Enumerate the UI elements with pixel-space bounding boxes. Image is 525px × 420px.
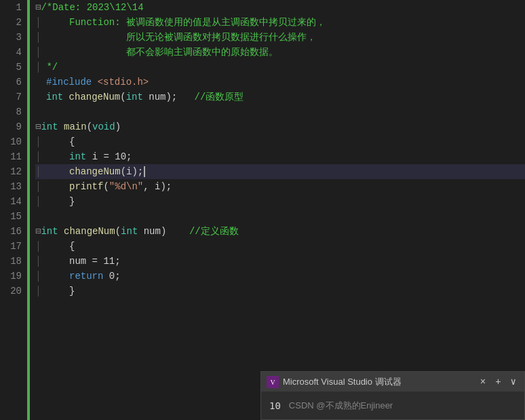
notification-plus-button[interactable]: +: [492, 377, 503, 387]
code-line-6: #include <stdio.h>: [35, 75, 525, 90]
line-num-14: 14: [0, 194, 22, 209]
code-int-i-type: int: [69, 149, 86, 164]
code-open-brace-1: {: [46, 134, 75, 149]
code-changenum-call: changeNum: [69, 164, 121, 179]
code-num-assign: num = 11;: [69, 254, 121, 269]
line-num-1: 1: [0, 0, 22, 15]
code-printf-call: printf: [69, 179, 103, 194]
notification-line-number: 10: [269, 400, 281, 411]
code-int-i-rest: i = 10;: [86, 149, 132, 164]
line-num-2: 2: [0, 15, 22, 30]
line-num-16: 16: [0, 224, 22, 239]
code-main-close-paren: ): [115, 119, 121, 134]
code-int-changenum: int: [41, 224, 64, 239]
code-int-i-indent: [46, 149, 69, 164]
code-line-7: int changeNum(int num); //函数原型: [35, 90, 525, 104]
line-num-18: 18: [0, 254, 22, 269]
code-func-proto: changeNum: [69, 90, 121, 104]
code-comment-2: Function: 被调函数使用的值是从主调函数中拷贝过来的，: [46, 15, 326, 30]
code-line-12: │ changeNum(i);: [35, 164, 525, 179]
line-num-6: 6: [0, 75, 22, 90]
code-printf-format: "%d\n": [109, 179, 143, 194]
line-num-20: 20: [0, 284, 22, 299]
editor-container: 1 2 3 4 5 6 7 8 9 10 11 12 13 14 15 16 1…: [0, 0, 525, 420]
code-num-assign-indent: [46, 254, 69, 269]
text-cursor: [144, 166, 145, 177]
code-open-brace-2: {: [46, 239, 75, 254]
svg-text:V: V: [270, 379, 275, 386]
code-return-indent: [46, 269, 69, 284]
vs-icon: V: [267, 376, 279, 388]
code-line-11: │ int i = 10;: [35, 149, 525, 164]
code-changenum-def: changeNum: [64, 224, 115, 239]
line-num-15: 15: [0, 209, 22, 224]
code-line-2: │ Function: 被调函数使用的值是从主调函数中拷贝过来的，: [35, 15, 525, 30]
code-return-value: 0;: [103, 269, 120, 284]
code-void: void: [92, 119, 115, 134]
code-comment-1: /*Date: 2023\12\14: [41, 0, 143, 15]
code-printf-open: (: [103, 179, 109, 194]
code-def-open-paren: (: [115, 224, 121, 239]
code-line-5: │ */: [35, 60, 525, 75]
line-num-5: 5: [0, 60, 22, 75]
code-line-16: ⊟ int changeNum(int num) //定义函数: [35, 224, 525, 239]
code-line-9: ⊟ int main(void): [35, 119, 525, 134]
code-line-18: │ num = 11;: [35, 254, 525, 269]
code-line-3: │ 所以无论被调函数对拷贝数据进行什么操作，: [35, 30, 525, 45]
code-printf-indent: [46, 179, 69, 194]
line-num-12: 12: [0, 164, 22, 179]
code-int-num: int: [121, 224, 138, 239]
line-num-10: 10: [0, 134, 22, 149]
code-changenum-params: (i);: [121, 164, 144, 179]
line-num-8: 8: [0, 104, 22, 119]
code-main-func: main: [64, 119, 87, 134]
code-area[interactable]: ⊟ /*Date: 2023\12\14 │ Function: 被调函数使用的…: [30, 0, 525, 420]
code-proto-params: (: [120, 90, 125, 104]
code-line-10: │ {: [35, 134, 525, 149]
notification-header: V Microsoft Visual Studio 调试器 × + ∨: [261, 372, 524, 392]
line-num-3: 3: [0, 30, 22, 45]
notification-more-button[interactable]: ∨: [508, 376, 519, 387]
line-num-17: 17: [0, 239, 22, 254]
collapse-icon-1[interactable]: ⊟: [35, 0, 41, 15]
code-comment-5: */: [46, 60, 58, 75]
code-changenum-indent: [46, 164, 69, 179]
code-proto-comment: //函数原型: [194, 90, 244, 104]
code-return-keyword: return: [69, 269, 103, 284]
code-line-19: │ return 0;: [35, 269, 525, 284]
code-def-comment: //定义函数: [189, 224, 239, 239]
line-num-7: 7: [0, 90, 22, 104]
line-numbers: 1 2 3 4 5 6 7 8 9 10 11 12 13 14 15 16 1…: [0, 0, 27, 420]
code-close-brace-1: }: [46, 194, 75, 209]
code-close-brace-2: }: [46, 284, 75, 299]
code-int-main: int: [41, 119, 64, 134]
collapse-icon-16[interactable]: ⊟: [35, 224, 41, 239]
code-int-param: int: [126, 90, 143, 104]
code-comment-4: 都不会影响主调函数中的原始数据。: [46, 45, 278, 60]
line-num-19: 19: [0, 269, 22, 284]
collapse-icon-9[interactable]: ⊟: [35, 119, 41, 134]
notification-popup: V Microsoft Visual Studio 调试器 × + ∨ 10 C…: [260, 371, 525, 420]
code-int-1: int: [46, 90, 69, 104]
line-num-11: 11: [0, 149, 22, 164]
notification-text: CSDN @不成熟的Enjineer: [289, 400, 393, 412]
code-printf-rest: , i);: [143, 179, 172, 194]
code-line-14: │ }: [35, 194, 525, 209]
code-line-20: │ }: [35, 284, 525, 299]
code-line-13: │ printf("%d\n", i);: [35, 179, 525, 194]
notification-body: 10 CSDN @不成熟的Enjineer: [261, 392, 524, 419]
code-line-4: │ 都不会影响主调函数中的原始数据。: [35, 45, 525, 60]
code-line-17: │ {: [35, 239, 525, 254]
code-include: <stdio.h>: [98, 75, 149, 90]
code-line-15: [35, 209, 525, 224]
line-num-9: 9: [0, 119, 22, 134]
code-comment-3: 所以无论被调函数对拷贝数据进行什么操作，: [46, 30, 316, 45]
code-proto-rest: num);: [143, 90, 195, 104]
notification-close-button[interactable]: ×: [478, 377, 488, 387]
code-main-paren: (: [87, 119, 92, 134]
line-num-13: 13: [0, 179, 22, 194]
code-num-param: num): [138, 224, 189, 239]
code-line-8: [35, 104, 525, 119]
code-preprocessor: #include: [46, 75, 98, 90]
notification-title: Microsoft Visual Studio 调试器: [283, 376, 473, 388]
